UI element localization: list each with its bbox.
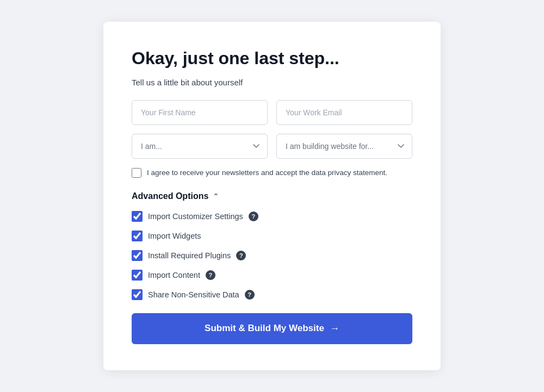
checkbox-import-widgets[interactable]: [132, 231, 143, 241]
submit-label: Submit & Build My Website: [205, 323, 324, 334]
name-email-row: [132, 100, 412, 125]
card-title: Okay, just one last step...: [132, 48, 412, 69]
label-import-widgets: Import Widgets: [148, 232, 201, 240]
page-wrapper: Okay, just one last step... Tell us a li…: [0, 0, 544, 392]
email-input[interactable]: [276, 100, 412, 125]
option-row: Install Required Plugins?: [132, 250, 412, 261]
card: Okay, just one last step... Tell us a li…: [103, 22, 441, 370]
newsletter-label: I agree to receive your newsletters and …: [147, 167, 387, 178]
card-subtitle: Tell us a little bit about yourself: [132, 78, 412, 87]
option-row: Share Non-Sensitive Data?: [132, 289, 412, 300]
option-row: Import Content?: [132, 270, 412, 281]
option-row: Import Widgets: [132, 231, 412, 241]
label-import-content: Import Content: [148, 271, 200, 279]
help-icon-install-plugins[interactable]: ?: [236, 251, 246, 260]
checkbox-install-plugins[interactable]: [132, 250, 143, 261]
label-install-plugins: Install Required Plugins: [148, 251, 231, 260]
advanced-options-title: Advanced Options: [132, 191, 208, 201]
checkbox-import-content[interactable]: [132, 270, 143, 281]
role-select[interactable]: I am...: [132, 134, 268, 159]
help-icon-import-customizer[interactable]: ?: [249, 211, 258, 221]
advanced-options-list: Import Customizer Settings?Import Widget…: [132, 211, 412, 300]
label-share-data: Share Non-Sensitive Data: [148, 290, 239, 299]
checkbox-share-data[interactable]: [132, 289, 143, 300]
newsletter-checkbox[interactable]: [132, 168, 141, 178]
submit-button[interactable]: Submit & Build My Website →: [132, 313, 412, 344]
option-row: Import Customizer Settings?: [132, 211, 412, 222]
purpose-select[interactable]: I am building website for...: [276, 134, 412, 159]
help-icon-share-data[interactable]: ?: [245, 290, 255, 300]
chevron-up-icon: ⌃: [213, 192, 219, 201]
newsletter-row: I agree to receive your newsletters and …: [132, 167, 412, 178]
label-import-customizer: Import Customizer Settings: [148, 212, 243, 221]
help-icon-import-content[interactable]: ?: [206, 270, 215, 280]
advanced-options-header[interactable]: Advanced Options ⌃: [132, 191, 412, 201]
role-purpose-row: I am... I am building website for...: [132, 134, 412, 159]
first-name-input[interactable]: [132, 100, 268, 125]
checkbox-import-customizer[interactable]: [132, 211, 143, 222]
submit-arrow: →: [330, 323, 339, 334]
